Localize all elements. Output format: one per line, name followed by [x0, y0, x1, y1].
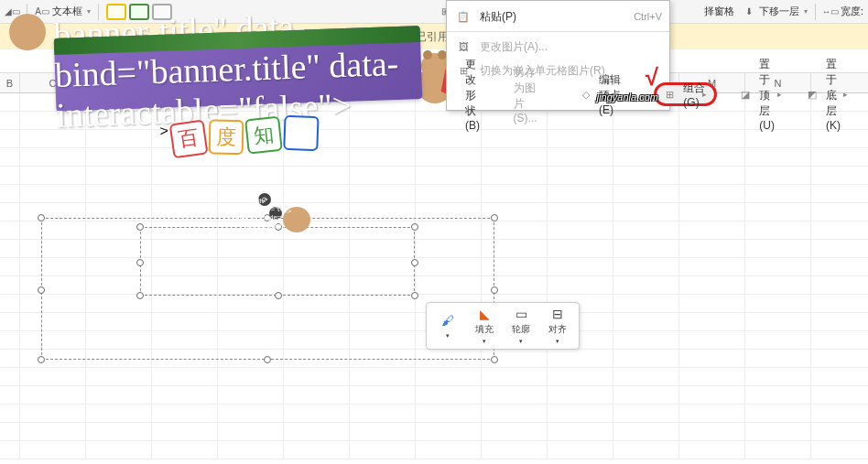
- menu-bring-to-front[interactable]: ◪ 置于顶层(U) ▸: [732, 82, 789, 106]
- group-icon: ⊞: [666, 87, 674, 102]
- image-icon: 🖼: [456, 39, 471, 54]
- resize-handle[interactable]: [411, 259, 418, 266]
- resize-handle[interactable]: [38, 356, 45, 363]
- brush-icon: 🖌: [439, 312, 457, 329]
- menu-change-image: 🖼 更改图片(A)...: [447, 35, 669, 59]
- width-icon: ↔▭: [823, 5, 838, 19]
- rotate-handle[interactable]: ⟳ ishift <><>div class="="t="="t="bear-e…: [269, 207, 282, 220]
- layer-front-icon: ◪: [741, 87, 750, 102]
- style-button[interactable]: 🖌 ▾: [430, 307, 465, 345]
- chevron-right-icon: ▸: [843, 90, 848, 99]
- mini-toolbar: 🖌 ▾ ◣ 填充▾ ▭ 轮廓▾ ⊟ 对齐▾: [426, 302, 580, 350]
- chevron-right-icon: ▸: [777, 90, 782, 99]
- resize-handle[interactable]: [275, 292, 282, 299]
- selection-inner: [140, 227, 415, 296]
- edit-points-icon: ◇: [582, 87, 590, 102]
- resize-handle[interactable]: [491, 214, 498, 221]
- resize-handle[interactable]: [38, 214, 45, 221]
- subtitle-char: [284, 115, 320, 151]
- resize-handle[interactable]: [136, 292, 144, 299]
- select-pane-label[interactable]: 择窗格: [704, 5, 734, 18]
- context-menu: 📋 粘贴(P) Ctrl+V 🖼 更改图片(A)... ⊞ 切换为嵌入单元格图片…: [446, 0, 670, 111]
- menu-send-to-back[interactable]: ◩ 置于底层(K) ▸: [798, 82, 855, 106]
- subtitle-char: 度: [209, 119, 244, 155]
- move-down-button[interactable]: ⬇ 下移一层 ▾: [742, 5, 808, 19]
- resize-handle[interactable]: [491, 356, 498, 363]
- : banner-title" data-bind="banner.title" d…: [53, 2, 423, 135]
- resize-handle[interactable]: [411, 223, 418, 231]
- layer-back-icon: ◩: [808, 87, 817, 102]
- fill-btn button[interactable]: ◣ 填充▾: [467, 307, 502, 345]
- clipboard-icon: 📋: [456, 9, 471, 24]
- bucket-icon: ◣: [475, 307, 494, 321]
- resize-handle[interactable]: [136, 259, 144, 266]
- menu-save-as-image: 另存为图片(S)...: [489, 82, 555, 106]
- move-down-icon: ⬇: [742, 5, 756, 19]
- outline-icon: ▭: [512, 307, 530, 321]
- subtitle-char: 知: [244, 116, 283, 155]
- chevron-down-icon: ▾: [804, 7, 808, 16]
- resize-handle[interactable]: [491, 286, 498, 294]
- menu-paste[interactable]: 📋 粘贴(P) Ctrl+V: [447, 5, 669, 28]
- resize-handle[interactable]: [264, 356, 271, 363]
- resize-handle[interactable]: [38, 286, 45, 294]
- width-control: ↔▭ 宽度:: [823, 5, 863, 19]
- resize-handle[interactable]: [136, 223, 144, 231]
- banner-image shape[interactable]: banner-title" data-bind="banner.title" d…: [54, 26, 423, 112]
- menu-group[interactable]: ⊞ 组合(G) ▸: [654, 82, 717, 106]
- outline-button[interactable]: ▭ 轮廓▾: [504, 307, 538, 345]
- resize-handle[interactable]: [411, 292, 418, 299]
- align-icon: ⊟: [548, 307, 567, 321]
- chevron-right-icon: ▸: [702, 90, 707, 99]
- col-header-B[interactable]: B: [0, 73, 20, 92]
- align-button[interactable]: ⊟ 对齐▾: [540, 307, 575, 345]
- subtitle-char: 百: [169, 119, 209, 158]
- watermark: √ jingyanla.com: [597, 63, 658, 103]
